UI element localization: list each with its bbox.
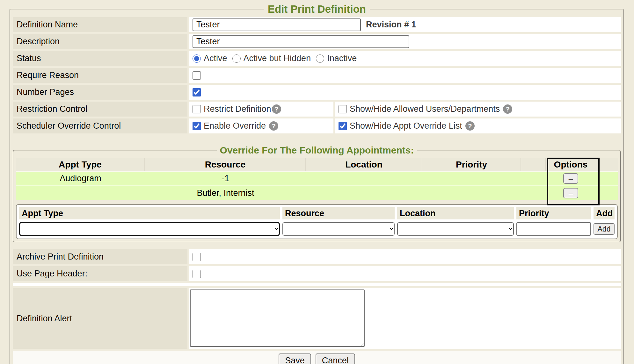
show-hide-users-checkbox[interactable]: [339, 105, 347, 113]
scheduler-override-value-cell: Enable Override ? Show/Hide Appt Overrid…: [189, 118, 621, 133]
actions-row: Save Cancel: [13, 351, 621, 364]
number-pages-checkbox[interactable]: [193, 88, 201, 96]
save-button[interactable]: Save: [279, 353, 311, 364]
status-row: Status Active Active but Hidden Inactive: [13, 51, 621, 66]
archive-label: Archive Print Definition: [13, 249, 187, 264]
definition-alert-label: Definition Alert: [13, 288, 187, 349]
show-hide-users-cell: Show/Hide Allowed Users/Departments ?: [335, 102, 621, 117]
show-hide-appt-cell: Show/Hide Appt Override List ?: [335, 118, 621, 133]
restriction-control-label: Restriction Control: [13, 102, 187, 117]
override-section-title: Override For The Following Appointments:: [217, 145, 417, 156]
cell-resource: -1: [145, 172, 306, 185]
description-label: Description: [13, 34, 187, 49]
number-pages-row: Number Pages: [13, 85, 621, 100]
cancel-button[interactable]: Cancel: [316, 353, 355, 364]
cell-location: [306, 172, 422, 185]
col-header-spacer: [521, 158, 546, 171]
enable-override-label: Enable Override: [204, 121, 266, 131]
revision-number: Revision # 1: [366, 20, 416, 30]
enable-override-checkbox[interactable]: [193, 122, 201, 130]
cell-resource: Butler, Internist: [145, 186, 306, 200]
description-row: Description: [13, 34, 621, 49]
add-col-header-resource: Resource: [282, 207, 395, 219]
definition-alert-textarea[interactable]: [190, 289, 365, 347]
override-appointments-fieldset: Override For The Following Appointments:…: [13, 145, 621, 242]
override-row-audiogram: Audiogram -1 –: [16, 172, 618, 186]
help-icon[interactable]: ?: [503, 104, 512, 114]
require-reason-row: Require Reason: [13, 68, 621, 83]
require-reason-label: Require Reason: [13, 68, 187, 83]
definition-name-input[interactable]: [193, 18, 361, 31]
definition-name-row: Definition Name Revision # 1: [13, 17, 621, 32]
remove-override-button[interactable]: –: [563, 173, 578, 184]
col-header-resource: Resource: [145, 158, 306, 171]
restrict-definition-label: Restrict Definition: [204, 104, 271, 114]
col-header-location: Location: [306, 158, 422, 171]
help-icon[interactable]: ?: [269, 121, 278, 131]
use-page-header-label: Use Page Header:: [13, 266, 187, 281]
spacer-row: [13, 283, 621, 286]
help-icon[interactable]: ?: [272, 104, 281, 114]
restrict-definition-checkbox[interactable]: [193, 105, 201, 113]
page-title: Edit Print Definition: [264, 3, 370, 15]
edit-print-definition-fieldset: Edit Print Definition Definition Name Re…: [10, 3, 624, 364]
show-hide-appt-checkbox[interactable]: [339, 122, 347, 130]
number-pages-value-cell: [189, 85, 621, 100]
scheduler-override-row: Scheduler Override Control Enable Overri…: [13, 118, 621, 133]
edit-print-definition-page: Edit Print Definition Definition Name Re…: [0, 0, 634, 364]
cell-priority: [422, 172, 521, 185]
add-override-button[interactable]: Add: [594, 223, 615, 235]
cell-priority: [422, 186, 521, 200]
add-col-header-location: Location: [397, 207, 514, 219]
col-header-options: Options: [546, 158, 596, 171]
col-header-appt-type: Appt Type: [16, 158, 145, 171]
override-row-butler: Butler, Internist –: [16, 186, 618, 200]
show-hide-users-label: Show/Hide Allowed Users/Departments: [350, 104, 500, 114]
restrict-definition-cell: Restrict Definition ?: [189, 102, 333, 117]
number-pages-label: Number Pages: [13, 85, 187, 100]
description-input[interactable]: [193, 35, 409, 48]
definition-alert-value-cell: [189, 288, 621, 349]
appt-type-select[interactable]: [19, 222, 280, 236]
description-value-cell: [189, 34, 621, 49]
restriction-control-row: Restriction Control Restrict Definition …: [13, 102, 621, 117]
use-page-header-row: Use Page Header:: [13, 266, 621, 281]
status-radio-inactive[interactable]: [316, 54, 324, 63]
enable-override-cell: Enable Override ?: [189, 118, 333, 133]
use-page-header-checkbox[interactable]: [193, 270, 201, 278]
add-col-header-appt-type: Appt Type: [19, 207, 280, 219]
add-override-panel: Appt Type Resource Location Priority Add…: [16, 204, 618, 239]
col-header-priority: Priority: [422, 158, 521, 171]
cell-location: [306, 186, 422, 200]
require-reason-checkbox[interactable]: [193, 71, 201, 80]
definition-name-label: Definition Name: [13, 17, 187, 32]
status-radio-active-label: Active: [204, 54, 227, 63]
archive-value-cell: [189, 249, 621, 264]
status-radio-active-but-hidden-label: Active but Hidden: [244, 54, 311, 63]
require-reason-value-cell: [189, 68, 621, 83]
priority-input[interactable]: [516, 222, 591, 236]
resource-select[interactable]: [282, 222, 395, 236]
add-col-header-add: Add: [594, 207, 615, 219]
restriction-control-value-cell: Restrict Definition ? Show/Hide Allowed …: [189, 102, 621, 117]
override-table-header: Appt Type Resource Location Priority Opt…: [16, 158, 618, 172]
archive-row: Archive Print Definition: [13, 249, 621, 264]
cell-appt-type: Audiogram: [16, 172, 145, 185]
use-page-header-value-cell: [189, 266, 621, 281]
location-select[interactable]: [397, 222, 514, 236]
archive-checkbox[interactable]: [193, 253, 201, 261]
definition-name-value-cell: Revision # 1: [189, 17, 621, 32]
scheduler-override-label: Scheduler Override Control: [13, 118, 187, 133]
status-label: Status: [13, 51, 187, 66]
status-radio-active-but-hidden[interactable]: [232, 54, 241, 63]
status-radio-inactive-label: Inactive: [327, 54, 357, 63]
form: Definition Name Revision # 1 Description…: [13, 17, 621, 364]
definition-alert-row: Definition Alert: [13, 288, 621, 349]
status-value-cell: Active Active but Hidden Inactive: [189, 51, 621, 66]
cell-appt-type: [16, 186, 145, 200]
status-radio-active[interactable]: [193, 54, 201, 63]
add-col-header-priority: Priority: [516, 207, 591, 219]
remove-override-button[interactable]: –: [563, 188, 578, 198]
help-icon[interactable]: ?: [465, 121, 475, 131]
show-hide-appt-label: Show/Hide Appt Override List: [350, 121, 462, 131]
